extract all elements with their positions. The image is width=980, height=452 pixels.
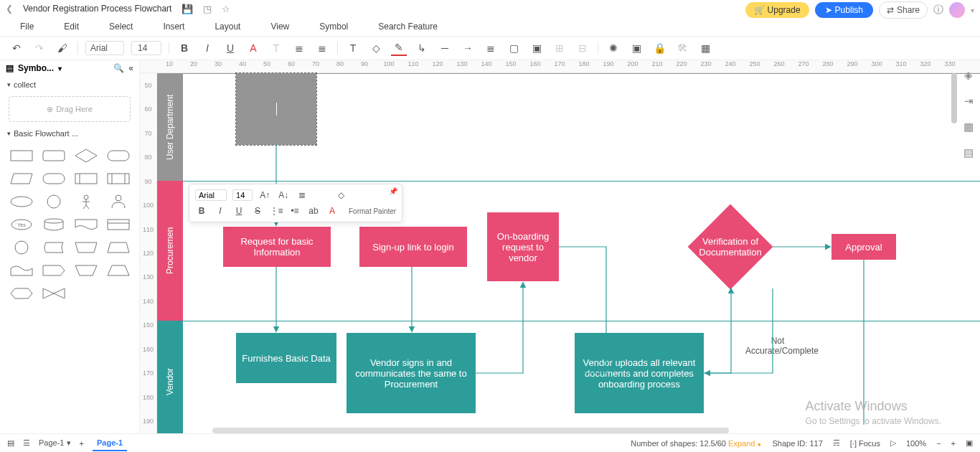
fill-icon[interactable]: ◇ xyxy=(334,189,347,202)
section-collect[interactable]: ▾collect xyxy=(0,76,139,93)
shape-bowtie[interactable] xyxy=(39,284,67,303)
outline-icon[interactable]: ▤ xyxy=(7,438,14,448)
shape-wave[interactable] xyxy=(7,261,35,280)
arrow-style-icon[interactable]: → xyxy=(460,40,476,56)
scrollbar-horizontal[interactable] xyxy=(212,428,729,433)
float-font[interactable]: Arial xyxy=(195,189,227,201)
star-icon[interactable]: ☆ xyxy=(222,4,230,14)
float-size[interactable]: 14 xyxy=(232,189,253,201)
shape-roundrect[interactable] xyxy=(39,146,67,165)
format-painter-icon[interactable]: 🖌 xyxy=(55,40,70,56)
shape-card2[interactable] xyxy=(104,169,132,188)
node-verification[interactable]: Verification of Documentation xyxy=(700,217,760,277)
zoom-in-icon[interactable]: + xyxy=(951,439,956,448)
publish-button[interactable]: ➤Publish xyxy=(815,2,873,18)
text-tool-icon[interactable]: T xyxy=(345,40,361,56)
menu-layout[interactable]: Layout xyxy=(215,22,240,32)
node-selected[interactable] xyxy=(236,73,316,145)
shape-trap2[interactable] xyxy=(104,238,132,257)
menu-search[interactable]: Search Feature xyxy=(378,22,438,32)
redo-icon[interactable]: ↷ xyxy=(32,40,47,56)
bold-icon[interactable]: B xyxy=(176,40,192,56)
upgrade-button[interactable]: 🛒Upgrade xyxy=(745,2,809,18)
connector-icon[interactable]: ↳ xyxy=(414,40,430,56)
node-vendor-uploads[interactable]: Vendor uploads all relevant documents an… xyxy=(575,333,704,413)
save-icon[interactable]: 💾 xyxy=(182,4,193,14)
play-icon[interactable]: ▷ xyxy=(890,438,896,448)
increase-font-icon[interactable]: A↑ xyxy=(258,189,271,202)
avatar[interactable] xyxy=(949,2,965,18)
font-color-icon[interactable]: A xyxy=(245,40,261,56)
comment-icon[interactable]: ▤ xyxy=(963,146,974,159)
shape-person[interactable] xyxy=(104,192,132,211)
size-select[interactable]: 14 xyxy=(131,41,161,55)
crop-icon[interactable]: ▣ xyxy=(628,40,644,56)
section-basic[interactable]: ▾Basic Flowchart ... xyxy=(0,125,139,142)
back-icon[interactable]: ❮ xyxy=(6,4,13,14)
search-icon[interactable]: 🔍 xyxy=(113,63,124,73)
shape-hex[interactable] xyxy=(7,284,35,303)
shape-circ2[interactable] xyxy=(7,238,35,257)
shape-trap4[interactable] xyxy=(104,261,132,280)
underline-icon[interactable]: U xyxy=(232,204,245,217)
shape-doc[interactable] xyxy=(72,215,100,234)
expand-link[interactable]: Expand xyxy=(728,439,755,448)
valign-icon[interactable]: ≣ xyxy=(314,40,330,56)
node-furnish[interactable]: Furnishes Basic Data xyxy=(236,333,336,383)
align-icon[interactable]: ⊞ xyxy=(552,40,567,56)
chevron-down-icon[interactable]: ▾ xyxy=(971,6,974,14)
distribute-icon[interactable]: ⊟ xyxy=(575,40,590,56)
menu-view[interactable]: View xyxy=(270,22,289,32)
align-left-icon[interactable]: ≣ xyxy=(291,40,307,56)
node-vendor-signs[interactable]: Vendor signs in and communicates the sam… xyxy=(347,333,476,413)
menu-edit[interactable]: Edit xyxy=(64,22,79,32)
italic-icon[interactable]: I xyxy=(214,204,227,217)
effects-icon[interactable]: ✺ xyxy=(606,40,621,56)
case-icon[interactable]: ab xyxy=(307,204,320,217)
spacing-icon[interactable]: ≣ xyxy=(483,40,499,56)
grid-icon[interactable]: ▦ xyxy=(963,121,974,133)
tools-icon[interactable]: 🛠 xyxy=(674,40,690,56)
node-onboard-req[interactable]: On-boarding request to vendor xyxy=(487,212,559,281)
list-bul-icon[interactable]: •≡ xyxy=(288,204,301,217)
decrease-font-icon[interactable]: A↓ xyxy=(277,189,290,202)
list-num-icon[interactable]: ⋮≡ xyxy=(270,204,283,217)
lane-user[interactable]: User Department xyxy=(157,73,183,181)
fill-icon[interactable]: ◇ xyxy=(368,40,384,56)
lock-icon[interactable]: 🔒 xyxy=(651,40,667,56)
fullscreen-icon[interactable]: ▣ xyxy=(966,438,973,448)
library-icon[interactable]: ▤ xyxy=(6,63,14,73)
line-style-icon[interactable]: ─ xyxy=(437,40,453,56)
italic-icon[interactable]: I xyxy=(199,40,215,56)
page-dropdown[interactable]: Page-1 ▾ xyxy=(39,438,71,448)
zoom-level[interactable]: 100% xyxy=(906,439,926,448)
chevron-down-icon[interactable]: ▾ xyxy=(58,65,62,72)
font-select[interactable]: Arial xyxy=(85,41,124,55)
layer-back-icon[interactable]: ▣ xyxy=(529,40,545,56)
menu-insert[interactable]: Insert xyxy=(163,22,184,32)
node-approval[interactable]: Approval xyxy=(831,234,896,260)
shape-parallelogram[interactable] xyxy=(7,169,35,188)
font-color-icon[interactable]: A xyxy=(326,204,339,217)
shape-card[interactable] xyxy=(72,169,100,188)
strike-icon[interactable]: S xyxy=(251,204,264,217)
shape-roundrect2[interactable] xyxy=(104,146,132,165)
shape-trap[interactable] xyxy=(72,238,100,257)
format-painter-label[interactable]: Format Painter xyxy=(349,207,396,215)
page-tab[interactable]: Page-1 xyxy=(93,435,127,451)
list-icon[interactable]: ☰ xyxy=(23,438,30,448)
shape-tag[interactable] xyxy=(39,261,67,280)
node-signup[interactable]: Sign-up link to login xyxy=(359,227,467,267)
shape-trap3[interactable] xyxy=(72,261,100,280)
menu-file[interactable]: File xyxy=(20,22,34,32)
pen-icon[interactable]: ✎ xyxy=(391,40,407,56)
focus-button[interactable]: [∙] Focus xyxy=(850,439,880,448)
bold-icon[interactable]: B xyxy=(195,204,208,217)
menu-select[interactable]: Select xyxy=(109,22,133,32)
open-icon[interactable]: ◳ xyxy=(203,4,212,14)
text-bg-icon[interactable]: T xyxy=(268,40,284,56)
shape-yes[interactable]: Yes xyxy=(7,215,35,234)
shape-ellipse[interactable] xyxy=(7,192,35,211)
layer-front-icon[interactable]: ▢ xyxy=(506,40,522,56)
underline-icon[interactable]: U xyxy=(222,40,238,56)
